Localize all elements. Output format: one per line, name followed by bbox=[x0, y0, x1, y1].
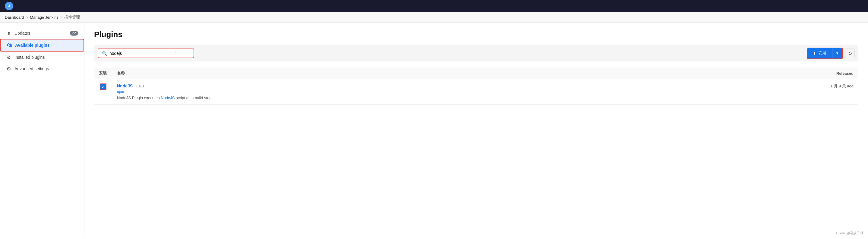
search-row-right: ⬇ 安装 ▼ ↻ bbox=[807, 47, 855, 59]
page-title: Plugins bbox=[94, 30, 858, 39]
sidebar-item-installed-plugins-label: Installed plugins bbox=[14, 55, 44, 60]
sidebar-item-installed-plugins[interactable]: ⚙ Installed plugins bbox=[0, 52, 84, 63]
available-plugins-icon: 🛍 bbox=[7, 42, 12, 48]
plugin-version: 1.6.1 bbox=[136, 84, 145, 88]
sidebar-item-updates-label: Updates bbox=[14, 31, 30, 36]
search-shortcut: / bbox=[175, 51, 176, 56]
plugin-desc-prefix: NodeJS Plugin executes bbox=[117, 96, 161, 100]
content-area: Plugins 🔍 / ⬇ 安装 ▼ bbox=[85, 23, 868, 238]
checkbox-wrap: ✓ bbox=[99, 83, 107, 90]
install-button-group: ⬇ 安装 ▼ bbox=[807, 47, 843, 59]
footer-watermark: CSDN @君放于时 bbox=[836, 231, 863, 235]
breadcrumb-sep-1: > bbox=[26, 15, 28, 20]
updates-badge: 22 bbox=[70, 31, 78, 36]
plugin-desc-suffix: script as a build step. bbox=[175, 96, 213, 100]
plugin-info-cell: NodeJS 1.6.1 npm NodeJS Plugin executes … bbox=[112, 79, 681, 105]
topbar: J bbox=[0, 0, 868, 12]
plugins-table: 安装 名称 ↓ Released ✓ N bbox=[94, 68, 858, 105]
jenkins-logo: J bbox=[5, 2, 13, 10]
plugin-tag[interactable]: npm bbox=[117, 90, 677, 94]
col-released: Released bbox=[681, 68, 858, 79]
installed-plugins-icon: ⚙ bbox=[6, 55, 11, 60]
checkbox-cell: ✓ bbox=[94, 79, 112, 105]
install-button-label: 安装 bbox=[818, 50, 827, 56]
install-dropdown-button[interactable]: ▼ bbox=[832, 48, 842, 59]
sidebar-item-available-plugins-label: Available plugins bbox=[15, 43, 50, 47]
main-layout: ⬆ Updates 22 🛍 Available plugins ⚙ Insta… bbox=[0, 23, 868, 238]
updates-icon: ⬆ bbox=[6, 30, 11, 36]
install-checkbox[interactable]: ✓ bbox=[100, 83, 106, 90]
col-install: 安装 bbox=[94, 68, 112, 79]
sidebar-item-advanced-settings[interactable]: ⚙ Advanced settings bbox=[0, 63, 84, 74]
plugin-name-link[interactable]: NodeJS bbox=[117, 83, 133, 88]
refresh-icon: ↻ bbox=[848, 50, 852, 56]
install-button[interactable]: ⬇ 安装 bbox=[807, 48, 832, 59]
released-cell: 1 月 9 天 ago bbox=[681, 79, 858, 105]
advanced-settings-icon: ⚙ bbox=[6, 66, 11, 71]
sidebar-item-available-plugins[interactable]: 🛍 Available plugins bbox=[0, 39, 84, 52]
breadcrumb-manage-jenkins[interactable]: Manage Jenkins bbox=[30, 15, 59, 20]
install-button-icon: ⬇ bbox=[813, 51, 816, 56]
col-name: 名称 ↓ bbox=[112, 68, 681, 79]
sidebar: ⬆ Updates 22 🛍 Available plugins ⚙ Insta… bbox=[0, 23, 85, 238]
search-row: 🔍 / ⬇ 安装 ▼ ↻ bbox=[94, 45, 858, 62]
plugin-nodejs-link[interactable]: NodeJS bbox=[161, 96, 175, 100]
chevron-down-icon: ▼ bbox=[835, 51, 839, 56]
search-input[interactable] bbox=[110, 51, 170, 56]
table-row: ✓ NodeJS 1.6.1 npm NodeJS Plugin execute… bbox=[94, 79, 858, 105]
plugin-description: NodeJS Plugin executes NodeJS script as … bbox=[117, 96, 677, 100]
breadcrumb-dashboard[interactable]: Dashboard bbox=[5, 15, 24, 20]
refresh-button[interactable]: ↻ bbox=[845, 48, 855, 58]
breadcrumb-sep-2: > bbox=[60, 15, 63, 20]
sidebar-item-updates[interactable]: ⬆ Updates 22 bbox=[0, 27, 84, 39]
breadcrumb-current: 插件管理 bbox=[64, 14, 80, 20]
search-input-wrap: 🔍 / bbox=[98, 48, 194, 58]
sidebar-item-advanced-settings-label: Advanced settings bbox=[14, 66, 49, 71]
search-icon: 🔍 bbox=[102, 51, 107, 56]
breadcrumb: Dashboard > Manage Jenkins > 插件管理 bbox=[0, 12, 868, 23]
